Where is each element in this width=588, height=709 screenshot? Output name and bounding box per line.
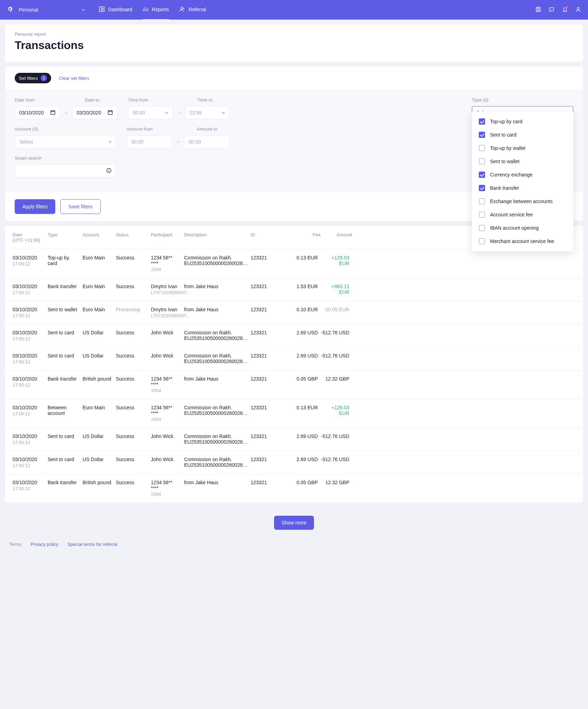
checkbox-icon (479, 158, 485, 165)
td-description: from Jake Haus (184, 284, 251, 289)
bell-icon[interactable] (562, 7, 568, 13)
chat-icon[interactable] (549, 7, 554, 13)
nav-dashboard[interactable]: Dashboard (99, 0, 132, 20)
amount-to-input[interactable]: 00.00 (184, 135, 230, 148)
topbar: Personal Dashboard Reports Referral (0, 0, 588, 20)
table-row[interactable]: 03/10/202017:00:12Bank transferBritish p… (5, 474, 583, 502)
td-id: 123321 (251, 433, 291, 439)
nav-referral[interactable]: Referral (180, 0, 206, 20)
type-option[interactable]: Sent to card (472, 128, 573, 141)
date-from-label: Date from (15, 97, 60, 103)
nav-label: Reports (152, 7, 169, 12)
td-amount: -512.76 USD (321, 353, 352, 359)
td-status: Success (116, 433, 151, 439)
td-id: 123321 (251, 480, 291, 485)
user-icon[interactable] (575, 7, 581, 13)
td-account: Euro Main (83, 307, 116, 312)
checkbox-icon (479, 198, 485, 204)
table-row[interactable]: 03/10/202017:00:12Sent to cardUS DollarS… (5, 347, 583, 370)
type-option[interactable]: Top-up by card (472, 115, 573, 128)
amount-from-label: Amount from (127, 126, 172, 132)
table-row[interactable]: 03/10/202017:00:12Sent to walletEuro Mai… (5, 301, 583, 324)
td-status: Success (116, 330, 151, 335)
td-participant: 1234 56** ****1554 (151, 255, 184, 272)
type-option-label: Sent to card (490, 132, 517, 138)
svg-rect-0 (99, 7, 101, 12)
time-to-input[interactable]: 23:59 (185, 106, 230, 119)
clear-filters-link[interactable]: Clear set filters (59, 76, 89, 81)
footer-terms[interactable]: Terms (9, 542, 21, 547)
table-row[interactable]: 03/10/202017:00:12Sent to cardUS DollarS… (5, 451, 583, 474)
type-option[interactable]: Exchange between accounts (472, 195, 573, 208)
svg-point-3 (181, 7, 183, 9)
table-row[interactable]: 03/10/202017:00:12Bank transferBritish p… (5, 370, 583, 399)
type-option-label: Top-up by wallet (490, 145, 525, 151)
td-amount: +129.03 EUR (321, 255, 352, 266)
td-description: Commission on Rakh.EU2535100500000260028… (184, 353, 251, 364)
td-status: Success (116, 376, 151, 382)
type-option[interactable]: Top-up by wallet (472, 141, 573, 155)
nav-reports[interactable]: Reports (143, 0, 169, 20)
show-more-button[interactable]: Show more (274, 516, 314, 530)
time-to-value: 23:59 (189, 110, 202, 116)
type-option[interactable]: Account service fee (472, 208, 573, 221)
info-icon (106, 168, 112, 174)
title-card: Personal report Transactions (5, 25, 583, 62)
td-date: 03/10/202017:00:12 (13, 405, 48, 416)
table-row[interactable]: 03/10/202017:00:12Sent to cardUS DollarS… (5, 324, 583, 347)
date-to-value: 03/20/2020 (77, 110, 101, 116)
th-status: Status (116, 232, 151, 243)
amount-to-label: Amount to (197, 126, 217, 132)
date-from-input[interactable]: 03/10/2020 (15, 106, 60, 119)
svg-rect-8 (108, 111, 112, 114)
type-option[interactable]: Sent to wallet (472, 155, 573, 168)
notification-dot (566, 6, 568, 8)
td-description: from Jake Haus (184, 376, 251, 382)
td-account: Euro Main (83, 284, 116, 289)
save-icon[interactable] (536, 7, 541, 13)
type-option[interactable]: Bank transfer (472, 181, 573, 195)
referral-icon (180, 6, 185, 13)
table-row[interactable]: 03/10/202017:00:12Between accountEuro Ma… (5, 399, 583, 428)
th-description: Description (184, 232, 251, 243)
td-participant: 1234 56** ****1554 (151, 376, 184, 393)
table-row[interactable]: 03/10/202017:00:12Top-up by cardEuro Mai… (5, 249, 583, 278)
date-to-input[interactable]: 03/20/2020 (72, 106, 118, 119)
type-option[interactable]: Currency exchange (472, 168, 573, 181)
type-option-label: Exchange between accounts (490, 199, 553, 204)
set-filters-chip[interactable]: Set filters 1 (15, 73, 51, 83)
type-option-label: Currency exchange (490, 172, 532, 178)
td-status: Success (116, 353, 151, 359)
td-amount: -20.05 EUR (321, 307, 352, 312)
table-row[interactable]: 03/10/202017:00:12Bank transferEuro Main… (5, 278, 583, 301)
th-account: Account (83, 232, 116, 243)
save-filters-button[interactable]: Save filters (60, 199, 100, 214)
topbar-actions (536, 7, 581, 13)
type-option[interactable]: IBAN account opening (472, 221, 573, 235)
footer-privacy[interactable]: Privacy policy (30, 542, 58, 547)
table-row[interactable]: 03/10/202017:00:12Sent to cardUS DollarS… (5, 428, 583, 451)
brand-switcher[interactable]: Personal (7, 6, 85, 14)
chip-count-badge: 1 (41, 75, 47, 81)
td-id: 123321 (251, 376, 291, 382)
footer-referral[interactable]: Special terms for referral (68, 542, 117, 547)
time-from-input[interactable]: 00:00 (128, 106, 173, 119)
amount-from-input[interactable]: 00.00 (127, 135, 172, 148)
nav-label: Dashboard (108, 7, 132, 12)
smart-search-input[interactable] (15, 164, 116, 178)
td-description: Commission on Rakh.EU2535100500000260028… (184, 457, 251, 468)
apply-filters-button[interactable]: Apply filters (15, 199, 55, 214)
td-fee: 0.05 GBP (291, 376, 321, 382)
svg-rect-1 (102, 7, 104, 9)
th-date: Date (UTC +11:00) (13, 232, 48, 243)
account-select[interactable]: Select (15, 135, 116, 148)
td-status: Success (116, 284, 151, 289)
td-participant: John Wick (151, 330, 184, 335)
type-option[interactable]: Merchant account service fee (472, 235, 573, 248)
td-id: 123321 (251, 457, 291, 462)
td-account: US Dollar (83, 457, 116, 462)
td-status: Success (116, 405, 151, 410)
checkbox-icon (479, 225, 485, 231)
td-fee: 0.05 GBP (291, 480, 321, 485)
type-option-label: Top-up by card (490, 119, 523, 124)
